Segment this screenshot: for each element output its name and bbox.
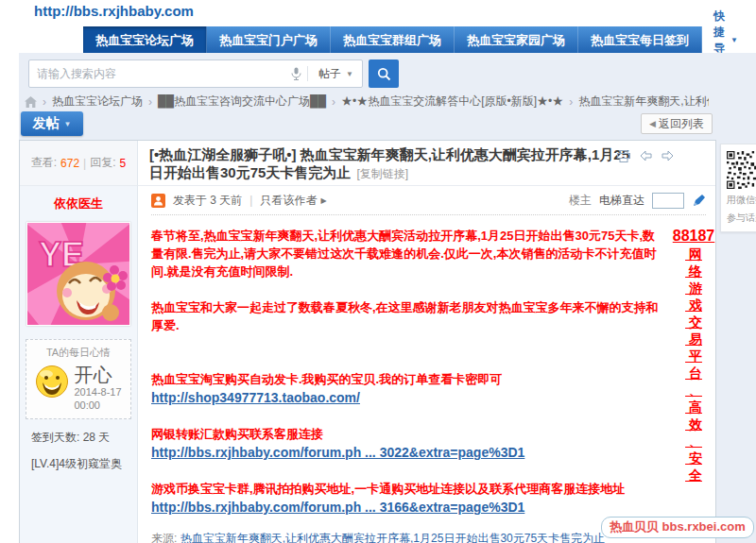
daily-mood-box: TA的每日心情 开心 2014-8-17 00:00 — [26, 339, 131, 419]
side-ad-char-link[interactable]: 戏 — [672, 297, 715, 314]
views-label: 查看: — [31, 155, 57, 171]
avatar[interactable]: YE — [26, 222, 130, 326]
post-link[interactable]: http://bbs.rxjhbaby.com/forum.ph ... 302… — [151, 443, 666, 462]
author-username[interactable]: 依依医生 — [20, 195, 137, 212]
source-link[interactable]: 热血宝宝新年爽翻天,让利优惠大酬宾拉开序幕,1月25日开始出售30元75天卡售完… — [180, 532, 605, 543]
back-arrow-icon: ◀ — [649, 114, 656, 133]
elevator-label: 电梯直达 — [599, 193, 644, 209]
nav-item[interactable]: 热血宝宝群组广场 — [331, 26, 455, 54]
post-body: 春节将至,热血宝宝新年爽翻天,让利优惠大酬宾活动拉开序幕,1月25日开始出售30… — [151, 215, 715, 517]
watermark-stamp: 热血贝贝 bbs.rxbei.com — [601, 517, 754, 538]
search-input[interactable] — [29, 67, 287, 80]
nav-item[interactable]: 热血宝宝每日签到 — [578, 26, 702, 54]
breadcrumb-separator: › — [569, 95, 573, 109]
mood-value: 开心 — [74, 365, 121, 385]
only-author-label: 只看该作者 — [260, 193, 317, 209]
thread-title-block: [•热血江湖全服狮子吼•] 热血宝宝新年爽翻天,让利优惠大酬宾拉开序幕,1月25… — [138, 141, 715, 186]
author-panel: 依依医生 YE — [20, 186, 138, 543]
breadcrumb-separator: › — [43, 95, 46, 109]
elevator-floor-input[interactable] — [652, 193, 684, 209]
home-icon[interactable] — [25, 96, 37, 108]
next-thread-icon[interactable] — [662, 150, 674, 162]
side-ad-char-link[interactable]: 全 — [672, 467, 715, 484]
post-link[interactable]: http://bbs.rxjhbaby.com/forum.ph ... 316… — [151, 498, 666, 517]
thread-card: 查看: 672 | 回复: 5 [•热血江湖全服狮子吼•] 热血宝宝新年爽翻天,… — [19, 140, 716, 543]
thread-title: [•热血江湖全服狮子吼•] 热血宝宝新年爽翻天,让利优惠大酬宾拉开序幕,1月25… — [149, 146, 629, 180]
magnifier-icon — [377, 67, 391, 81]
side-ad-char-link[interactable]: 、 — [672, 433, 715, 450]
nav-item[interactable]: 热血宝宝家园广场 — [455, 26, 578, 54]
divider — [307, 66, 308, 81]
divider: | — [249, 194, 252, 207]
side-ad-chars: 网 络 游 戏 交 易 平 台 、 高 效 、 安 全 — [672, 246, 715, 484]
wechat-qr-panel: 用微信扫 参与话题 — [720, 144, 756, 232]
prev-thread-icon[interactable] — [640, 150, 652, 162]
microphone-icon[interactable] — [287, 67, 305, 80]
search-button[interactable] — [369, 59, 399, 88]
side-ad-char-link[interactable]: 网 — [672, 246, 715, 263]
side-ad-char-link[interactable]: 、 — [672, 382, 715, 399]
spacer — [151, 280, 666, 298]
search-box: 帖子 ▼ — [28, 59, 363, 88]
breadcrumb-link: 热血宝宝新年爽翻天,让利优惠大酬宾拉开序幕,1月25日开 ... — [578, 93, 709, 110]
breadcrumb-link[interactable]: 热血宝宝论坛广场 — [52, 93, 143, 110]
new-post-button[interactable]: 发帖 ▼ — [21, 111, 83, 136]
divider: | — [83, 157, 86, 170]
post-link[interactable]: http://shop34977713.taobao.com/ — [151, 388, 666, 407]
thread-title-tag: [•热血江湖全服狮子吼•] — [149, 146, 297, 162]
source-label: 来源: — [151, 532, 177, 543]
smiley-icon — [35, 365, 69, 399]
spacer — [151, 407, 666, 425]
side-ad-char-link[interactable]: 高 — [672, 399, 715, 416]
post-content: 春节将至,热血宝宝新年爽翻天,让利优惠大酬宾活动拉开序幕,1月25日开始出售30… — [151, 227, 672, 517]
only-author-button[interactable]: 只看该作者 ▶ — [260, 193, 326, 209]
floor-label: 楼主 — [569, 193, 592, 209]
side-ad-number-link[interactable]: 88187 — [672, 227, 715, 246]
thread-stats: 查看: 672 | 回复: 5 — [20, 141, 138, 186]
search-type-dropdown[interactable]: 帖子 ▼ — [310, 66, 362, 82]
breadcrumb: ›热血宝宝论坛广场›██热血宝宝咨询交流中心广场██›★•★热血宝宝交流解答中心… — [25, 93, 709, 110]
side-ad-char-link[interactable]: 游 — [672, 280, 715, 297]
post-paragraph: 网银转账汇款购买联系客服连接 — [151, 425, 666, 443]
side-ad-char-link[interactable]: 台 — [672, 365, 715, 382]
nav-item[interactable]: 热血宝宝论坛广场 — [83, 26, 207, 54]
post-paragraph: 春节将至,热血宝宝新年爽翻天,让利优惠大酬宾活动拉开序幕,1月25日开始出售30… — [151, 227, 666, 280]
nav-item[interactable]: 热血宝宝门户广场 — [207, 26, 331, 54]
breadcrumb-link[interactable]: ██热血宝宝咨询交流中心广场██ — [158, 93, 326, 110]
mood-label: TA的每日心情 — [30, 346, 127, 360]
breadcrumb-items: ›热血宝宝论坛广场›██热血宝宝咨询交流中心广场██›★•★热血宝宝交流解答中心… — [43, 93, 709, 110]
author-badge-icon — [151, 194, 165, 208]
replies-label: 回复: — [90, 155, 115, 171]
main-navbar: 热血宝宝论坛广场热血宝宝门户广场热血宝宝群组广场热血宝宝家园广场热血宝宝每日签到… — [83, 26, 714, 54]
print-icon[interactable] — [617, 150, 630, 162]
breadcrumb-link[interactable]: ★•★热血宝宝交流解答中心[原版•新版]★•★ — [341, 93, 563, 110]
chevron-down-icon: ▼ — [64, 120, 72, 128]
play-icon: ▶ — [320, 196, 326, 205]
signin-days: 签到天数: 28 天 — [20, 430, 137, 446]
copy-link-button[interactable]: [复制链接] — [356, 167, 408, 180]
chevron-down-icon: ▼ — [730, 36, 738, 44]
qr-code — [727, 151, 756, 189]
chevron-down-icon: ▼ — [346, 70, 353, 78]
new-post-label: 发帖 — [33, 115, 60, 132]
jump-pen-icon[interactable] — [692, 194, 706, 208]
side-ad-column: 88187 网 络 游 戏 交 易 平 台 、 高 效 、 安 全 — [672, 227, 715, 517]
side-ad-char-link[interactable]: 交 — [672, 314, 715, 331]
search-type-label: 帖子 — [318, 66, 341, 82]
replies-count: 5 — [120, 157, 127, 170]
side-ad-char-link[interactable]: 效 — [672, 416, 715, 433]
spacer — [151, 334, 666, 352]
side-ad-char-link[interactable]: 平 — [672, 348, 715, 365]
qr-caption-line2: 参与话题 — [727, 212, 756, 225]
back-to-list-label: 返回列表 — [659, 114, 704, 133]
side-ad-char-link[interactable]: 络 — [672, 263, 715, 280]
side-ad-char-link[interactable]: 易 — [672, 331, 715, 348]
post-paragraph: 游戏币换宝宝卡群,腾讯拍拍购买地址,一卡通购买地址连接以及联系代理商客服连接地址 — [151, 480, 666, 498]
back-to-list-button[interactable]: ◀ 返回列表 — [641, 113, 713, 134]
nav-items: 热血宝宝论坛广场热血宝宝门户广场热血宝宝群组广场热血宝宝家园广场热血宝宝每日签到 — [83, 26, 702, 54]
side-ad-char-link[interactable]: 安 — [672, 450, 715, 467]
views-count: 672 — [60, 157, 79, 170]
breadcrumb-separator: › — [148, 95, 152, 109]
breadcrumb-separator: › — [332, 95, 335, 109]
posted-time: 发表于 3 天前 — [173, 193, 242, 209]
